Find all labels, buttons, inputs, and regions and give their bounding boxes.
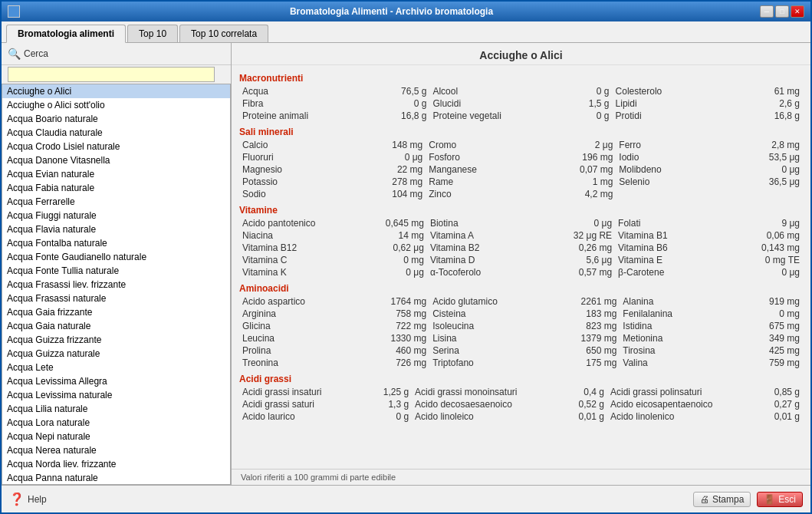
nutrient-value: 53,5 μg bbox=[749, 151, 803, 163]
search-bar: 🔍 Cerca bbox=[2, 43, 231, 65]
food-list-item[interactable]: Acqua Evian naturale bbox=[2, 167, 230, 181]
food-list-item[interactable]: Acqua Claudia naturale bbox=[2, 126, 230, 140]
nutrient-value: 36,5 μg bbox=[749, 176, 803, 188]
print-label: Stampa bbox=[712, 494, 744, 505]
food-list-item[interactable]: Acqua Lilia naturale bbox=[2, 402, 230, 416]
nutrient-name: Proteine animali bbox=[239, 110, 381, 122]
section-header: Acidi grassi bbox=[239, 369, 803, 386]
food-list-item[interactable]: Acqua Ferrarelle bbox=[2, 195, 230, 209]
food-list-item[interactable]: Acqua Levissima naturale bbox=[2, 388, 230, 402]
food-list-item[interactable]: Acqua Nerea naturale bbox=[2, 443, 230, 457]
food-list-item[interactable]: Acqua Gaia naturale bbox=[2, 319, 230, 333]
food-list-item[interactable]: Acqua Frasassi naturale bbox=[2, 292, 230, 305]
right-panel: Acciughe o Alici MacronutrientiAcqua76,5… bbox=[232, 43, 810, 485]
nutrient-value: 0 g bbox=[381, 97, 430, 110]
print-button[interactable]: 🖨 Stampa bbox=[693, 492, 751, 507]
nutrient-name: Acido decosaesaenoico bbox=[412, 398, 563, 410]
food-list-item[interactable]: Acqua Fonte Tullia naturale bbox=[2, 264, 230, 278]
tab-top10[interactable]: Top 10 bbox=[127, 25, 178, 42]
nutrient-value: 0 μg bbox=[373, 151, 426, 163]
nutrient-value bbox=[749, 188, 803, 200]
food-list-item[interactable]: Acqua Fiuggi naturale bbox=[2, 209, 230, 222]
section-header: Vitamine bbox=[239, 200, 803, 217]
nutrient-value: 0,06 mg bbox=[741, 229, 803, 242]
nutrient-value: 16,8 g bbox=[754, 110, 803, 122]
food-list-item[interactable]: Acqua Guizza naturale bbox=[2, 347, 230, 361]
nutrient-value: 196 mg bbox=[559, 151, 616, 163]
nutrient-name: Acidi grassi saturi bbox=[239, 398, 367, 410]
nutrient-value: 0 μg bbox=[366, 266, 427, 278]
exit-button[interactable]: 🚪 Esci bbox=[757, 492, 803, 507]
help-label[interactable]: Help bbox=[28, 494, 47, 505]
search-input[interactable] bbox=[8, 67, 215, 82]
footer-note: Valori riferiti a 100 grammi di parte ed… bbox=[232, 469, 810, 485]
nutrient-name: Sodio bbox=[239, 188, 373, 200]
nutrient-name: α-Tocoferolo bbox=[427, 266, 554, 278]
food-list-item[interactable]: Acqua Danone Vitasnella bbox=[2, 153, 230, 167]
close-button[interactable]: ✕ bbox=[791, 5, 804, 18]
food-list-item[interactable]: Acqua Fabia naturale bbox=[2, 181, 230, 195]
food-list-item[interactable]: Acqua Lora naturale bbox=[2, 416, 230, 430]
nutrient-value: 1 mg bbox=[559, 176, 616, 188]
window-title: Bromatologia Alimenti - Archivio bromato… bbox=[23, 6, 760, 17]
nutrient-value: 0 mg bbox=[751, 308, 803, 320]
nutrient-value: 349 mg bbox=[751, 332, 803, 344]
nutrient-value: 0 g bbox=[367, 410, 412, 423]
title-bar: Bromatologia Alimenti - Archivio bromato… bbox=[2, 2, 810, 21]
table-row: Niacina14 mgVitamina A32 μg REVitamina B… bbox=[239, 229, 803, 242]
tab-bromatologia[interactable]: Bromatologia alimenti bbox=[6, 25, 126, 43]
food-list-item[interactable]: Acqua Panna naturale bbox=[2, 471, 230, 485]
food-list-item[interactable]: Acqua Levissima Allegra bbox=[2, 374, 230, 388]
nutrient-name: Acido linolenico bbox=[607, 410, 758, 423]
nutrient-value: 1379 mg bbox=[561, 332, 620, 344]
food-list-item[interactable]: Acqua Crodo Lisiel naturale bbox=[2, 140, 230, 153]
nutrient-name: Vitamina B1 bbox=[615, 229, 741, 242]
nutrient-value: 2 μg bbox=[559, 139, 616, 151]
food-list-item[interactable]: Acqua Boario naturale bbox=[2, 112, 230, 126]
table-row: Acidi grassi insaturi1,25 gAcidi grassi … bbox=[239, 386, 803, 398]
food-list-item[interactable]: Acqua Flavia naturale bbox=[2, 222, 230, 236]
nutrient-value: 2,8 mg bbox=[749, 139, 803, 151]
nutrient-value: 1,3 g bbox=[367, 398, 412, 410]
nutrient-name: Biotina bbox=[427, 217, 554, 229]
print-icon: 🖨 bbox=[700, 494, 709, 505]
minimize-button[interactable]: ─ bbox=[760, 5, 774, 18]
nutrient-name: Potassio bbox=[239, 176, 373, 188]
nutrient-name: Tirosina bbox=[620, 344, 750, 357]
nutrient-value: 0 mg TE bbox=[741, 254, 803, 266]
nutrient-value: 148 mg bbox=[373, 139, 426, 151]
nutrient-section-table: Acido pantotenico0,645 mgBiotina0 μgFola… bbox=[239, 217, 803, 278]
nutrient-name: Fibra bbox=[239, 97, 381, 110]
table-row: Proteine animali16,8 gProteine vegetali0… bbox=[239, 110, 803, 122]
nutrient-value: 0,07 mg bbox=[559, 163, 616, 176]
food-list-item[interactable]: Acqua Lete bbox=[2, 361, 230, 374]
food-list-item[interactable]: Acqua Nepi naturale bbox=[2, 430, 230, 443]
table-row: Acido pantotenico0,645 mgBiotina0 μgFola… bbox=[239, 217, 803, 229]
search-icon: 🔍 bbox=[8, 48, 21, 60]
food-list-item[interactable]: Acciughe o Alici bbox=[2, 84, 230, 98]
section-header: Sali minerali bbox=[239, 122, 803, 139]
nutrient-name bbox=[616, 188, 749, 200]
section-header: Macronutrienti bbox=[239, 68, 803, 85]
food-list-item[interactable]: Acqua Gaia frizzante bbox=[2, 305, 230, 319]
food-list-item[interactable]: Acqua Fonte Gaudianello naturale bbox=[2, 250, 230, 264]
tab-top10-correlata[interactable]: Top 10 correlata bbox=[179, 25, 268, 42]
nutrient-value: 758 mg bbox=[370, 308, 429, 320]
nutrient-value: 2,6 g bbox=[754, 97, 803, 110]
nutrient-name: Selenio bbox=[616, 176, 749, 188]
food-list-item[interactable]: Acqua Norda liev. frizzante bbox=[2, 457, 230, 471]
nutrient-value: 16,8 g bbox=[381, 110, 430, 122]
food-list-item[interactable]: Acqua Frasassi liev. frizzante bbox=[2, 278, 230, 292]
bottom-buttons: 🖨 Stampa 🚪 Esci bbox=[693, 492, 803, 507]
nutrient-name: Acido linoleico bbox=[412, 410, 563, 423]
left-panel: 🔍 Cerca Acciughe o AliciAcciughe o Alici… bbox=[2, 43, 232, 485]
table-row: Potassio278 mgRame1 mgSelenio36,5 μg bbox=[239, 176, 803, 188]
maximize-button[interactable]: □ bbox=[775, 5, 789, 18]
nutrient-name: Fosforo bbox=[426, 151, 559, 163]
nutrient-value: 0 μg bbox=[741, 266, 803, 278]
food-list-item[interactable]: Acqua Fontalba naturale bbox=[2, 236, 230, 250]
food-list-item[interactable]: Acciughe o Alici sott'olio bbox=[2, 98, 230, 112]
food-list[interactable]: Acciughe o AliciAcciughe o Alici sott'ol… bbox=[2, 84, 231, 485]
table-row: Acido laurico0 gAcido linoleico0,01 gAci… bbox=[239, 410, 803, 423]
food-list-item[interactable]: Acqua Guizza frizzante bbox=[2, 333, 230, 347]
